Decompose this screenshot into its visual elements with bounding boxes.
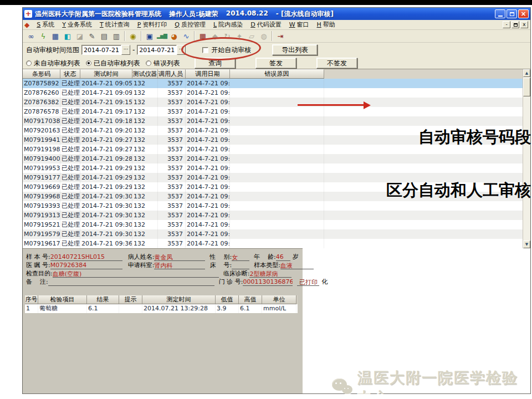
cell-call-date: 2014-7-21 09:38:3 [186, 126, 230, 135]
no-sign-button[interactable]: 不签发 [316, 58, 357, 69]
result-table-rows: 1葡萄糖6.12014.07.21 13:29:283.96.1mmol/L [25, 304, 298, 313]
sign-button[interactable]: 签发 [255, 58, 296, 69]
restore-button[interactable] [507, 9, 517, 18]
menu-item-系统[interactable]: S系统 [33, 20, 58, 29]
scroll-down-button[interactable]: ▼ [523, 241, 530, 248]
line-chart-icon[interactable]: ∿ [180, 30, 192, 42]
bar-chart-icon[interactable]: ▂▅▇ [156, 30, 168, 42]
stats-icon[interactable]: ▦ [49, 30, 62, 42]
cell-error-reason [230, 192, 324, 201]
result-column-header[interactable]: 测定时间 [142, 295, 216, 304]
bed-no-value [232, 262, 249, 269]
column-header-test-time[interactable]: 测试时间 [80, 69, 132, 79]
menu-item-窗口[interactable]: W窗口 [285, 20, 313, 29]
column-header-instrument[interactable]: 测试仪器 [132, 69, 158, 79]
result-row[interactable]: 1葡萄糖6.12014.07.21 13:29:283.96.1mmol/L [25, 304, 298, 313]
sample-no-label: 样 本 号: [26, 253, 50, 261]
cell-test-time: 2014-7-21 09:27:58 [80, 145, 132, 154]
export-list-button[interactable]: 导出列表 [272, 44, 318, 55]
menu-item-统计查询[interactable]: T统计查询 [96, 20, 134, 29]
cell-barcode: M07919313 [23, 211, 60, 220]
radio-option-0[interactable]: 未自动审核列表 [26, 59, 80, 68]
menu-item-院内感染[interactable]: L院内感染 [209, 20, 247, 29]
menu-item-业务系统[interactable]: Y业务系统 [58, 20, 96, 29]
result-column-header[interactable]: 检验项目 [38, 295, 87, 304]
eraser-icon: ◪ [74, 30, 86, 42]
pie-chart-icon[interactable]: ◕ [168, 30, 180, 42]
result-column-header[interactable]: 单位 [262, 295, 296, 304]
cell-call-date: 2014-7-21 09:38:3 [186, 229, 230, 239]
menu-hotkey: Q [175, 20, 180, 30]
cell-status: 已处理 [60, 163, 80, 173]
menu-item-label: 代码设置 [257, 20, 282, 30]
cell-barcode: Z07876260 [23, 88, 60, 98]
menu-item-label: 系统 [42, 20, 54, 30]
grid-icon[interactable]: ▤ [98, 30, 110, 42]
find-icon[interactable]: ∞ [25, 30, 37, 42]
mdi-minimize-button[interactable]: - [503, 21, 510, 28]
scroll-up-button[interactable]: ▲ [523, 69, 530, 77]
cell-barcode: M07919177 [23, 173, 60, 182]
menu-item-label: 资料打印 [142, 20, 167, 30]
cell-barcode: M07919521 [23, 220, 60, 229]
mdi-close-button[interactable]: x [520, 21, 528, 28]
date-to-input[interactable]: 2014-07-21 [137, 45, 177, 55]
cell-status: 已处理 [60, 239, 80, 248]
column-header-status[interactable]: 状态 [60, 69, 80, 79]
menu-item-资料打印[interactable]: P资料打印 [134, 20, 171, 29]
cell-test-time: 2014-7-21 09:28:20 [80, 154, 132, 163]
result-column-header[interactable]: 结果 [87, 295, 119, 304]
cell-barcode: Z07876578 [23, 107, 60, 116]
gender-label: 性 别: [209, 253, 232, 261]
cell-error-reason [230, 154, 324, 163]
menu-hotkey: T [100, 20, 104, 30]
minimize-button[interactable] [495, 9, 505, 18]
pencil-icon[interactable]: ✎ [86, 30, 98, 42]
menu-item-帮助[interactable]: H帮助 [313, 20, 339, 29]
cell-call-date: 2014-7-21 09:38:3 [186, 98, 230, 107]
radio-option-2[interactable]: 错误列表 [146, 59, 180, 68]
column-header-caller[interactable]: 调用人员 [158, 69, 186, 79]
table-row[interactable]: M07919617已处理2014-7-21 09:36:061323537201… [23, 239, 524, 248]
cell-instrument: 132 [132, 145, 158, 154]
cell-status: 已处理 [60, 116, 80, 126]
table-row[interactable]: Z07875892已处理2014-7-21 09:05:171323537201… [23, 79, 524, 88]
radio-option-1[interactable]: 已自动审核列表 [86, 59, 140, 68]
cell-instrument: 132 [132, 220, 158, 229]
menu-item-质控管理[interactable]: Q质控管理 [171, 20, 209, 29]
printer-icon[interactable]: ▥ [110, 30, 122, 42]
result-column-header[interactable]: 高值 [239, 295, 262, 304]
result-column-header[interactable]: 提示 [119, 295, 142, 304]
mdi-restore-button[interactable] [511, 21, 519, 28]
cell-status: 已处理 [60, 98, 80, 107]
form-icon[interactable]: ▣ [144, 30, 156, 42]
exit-icon[interactable]: ⇥ [274, 30, 287, 42]
result-column-header[interactable]: 低值 [216, 295, 239, 304]
audit-table-header: 条形码状态测试时间测试仪器调用人员调用日期错误原因 [23, 69, 524, 79]
cell-caller: 3537 [158, 135, 186, 145]
diagnosis-label: 临床诊断: [223, 269, 250, 278]
cell-status: 已处理 [60, 173, 80, 182]
blocks-icon[interactable]: ◧ [62, 30, 74, 42]
cell-test-time: 2014-7-21 09:29:24 [80, 173, 132, 182]
close-button[interactable]: × [518, 9, 529, 18]
cell-caller: 3537 [158, 79, 186, 88]
lightning-icon[interactable]: ϟ [37, 30, 49, 42]
date-from-input[interactable]: 2014-07-21 [81, 45, 121, 55]
cell-status: 已处理 [60, 229, 80, 239]
cell-call-date: 2014-7-21 09:38:3 [186, 201, 230, 211]
bed-no-label: 床 号: [209, 261, 232, 269]
radio-icon [26, 60, 32, 66]
date-from-picker-button[interactable]: ··· [121, 45, 130, 55]
column-header-barcode[interactable]: 条形码 [23, 69, 60, 79]
process-icon[interactable]: ◉ [127, 30, 139, 42]
column-header-call-date[interactable]: 调用日期 [186, 69, 230, 79]
cell-error-reason [230, 126, 324, 135]
cell-test-time: 2014-7-21 09:18:55 [80, 116, 132, 126]
cell-instrument: 132 [132, 211, 158, 220]
result-column-header[interactable]: 序号 [25, 295, 38, 304]
column-header-error-reason[interactable]: 错误原因 [230, 69, 324, 79]
radio-label: 未自动审核列表 [34, 59, 80, 68]
menu-item-代码设置[interactable]: D代码设置 [247, 20, 285, 29]
sample-type-label: 样本类型: [254, 261, 280, 269]
